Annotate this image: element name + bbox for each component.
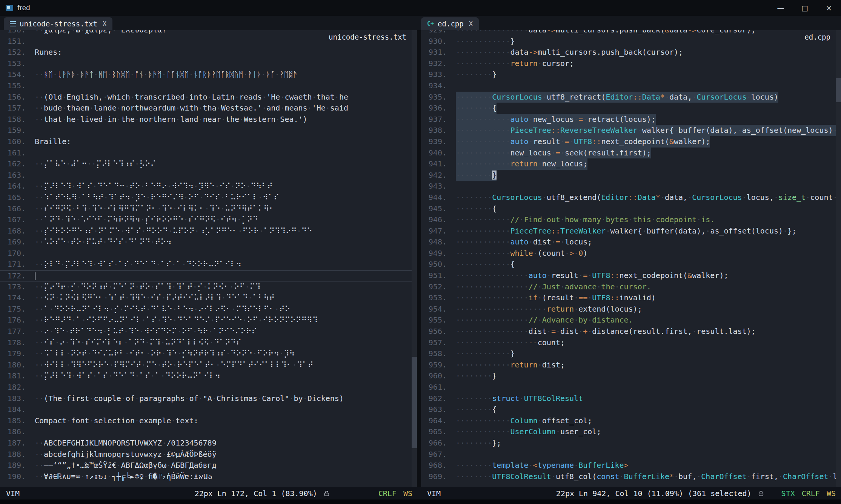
text-line[interactable]: 168.··⡎⠊⠗⠕⠕⠛⠑⠰⠎·⠝⠁⠍⠑·⠺⠁⠎·⠛⠕⠕⠙·⠥⠏⠕⠝·⠰⡡⠁⠝⠛… (0, 226, 417, 237)
text-line[interactable]: 154.··ᚻᛖ·ᚳᚹᚫᚦ·ᚦᚫᛏ·ᚻᛖ·ᛒᚢᛞᛖ·ᚩᚾ·ᚦᚫᛗ·ᛚᚪᚾᛞᛖ·ᚾ… (0, 69, 417, 80)
left-editor-pane[interactable]: 150.··χαῖρε,·ὦ·χαῖρε,·᾿Ελευθεριά!151.152… (0, 30, 417, 487)
line-number: 967. (421, 449, 447, 460)
code-line[interactable]: 940.············new_locus·=·seek(result.… (421, 148, 841, 159)
code-line[interactable]: 960.········} (421, 370, 841, 382)
right-scrollbar[interactable] (836, 30, 841, 487)
text-line[interactable]: 164.··⡍⠜⠇⠑⠹·⠺⠁⠎·⠙⠑⠁⠙⠒·⠞⠕·⠃⠑⠛⠔·⠺⠊⠹⠲·⡹⠻⠑·⠊… (0, 181, 417, 192)
text-line[interactable]: 152.Runes: (0, 47, 417, 58)
text-line[interactable]: 171.··⡕⠇⠙·⡍⠜⠇⠑⠹·⠺⠁⠎·⠁⠎·⠙⠑⠁⠙·⠁⠎·⠁·⠙⠕⠕⠗⠤⠝⠁… (0, 259, 417, 270)
text-line[interactable]: 153. (0, 58, 417, 69)
code-line[interactable]: 969.········UTF8ColResult·utf8_col(const… (421, 471, 841, 482)
lock-icon[interactable] (758, 490, 764, 497)
code-line[interactable]: 937.············auto·new_locus·=·retract… (421, 114, 841, 125)
text-line[interactable]: 176.··⠗⠑⠛⠜⠙·⠁·⠊⠕⠋⠋⠔⠤⠝⠁⠊⠇·⠁⠎·⠹⠑·⠙⠑⠁⠙⠑⠌·⠏⠊… (0, 315, 417, 326)
code-line[interactable]: 933.········} (421, 69, 841, 80)
text-line[interactable]: 184. (0, 404, 417, 415)
text-line[interactable]: 187.··ABCDEFGHIJKLMNOPQRSTUVWXYZ·/012345… (0, 438, 417, 449)
minimize-button[interactable]: — (769, 0, 793, 16)
code-line[interactable]: 955.················//·Advance·by·distan… (421, 315, 841, 326)
code-line[interactable]: 968.········template·<typename·BufferLik… (421, 460, 841, 471)
text-line[interactable]: 165.··⠱⠁⠞⠑⠧⠻·⠁⠃⠳⠞·⠹⠁⠞⠲·⡹⠑·⠗⠑⠛⠊⠌⠻·⠕⠋·⠙⠊⠎·… (0, 192, 417, 203)
code-line[interactable]: 929.················data->multi_cursors.… (421, 30, 841, 36)
text-line[interactable]: 182. (0, 382, 417, 393)
code-line[interactable]: 942.········} (421, 170, 841, 181)
left-scrollbar-thumb[interactable] (412, 357, 417, 448)
code-line[interactable]: 935.········CursorLocus·utf8_retract(Edi… (421, 92, 841, 103)
line-content: ··⡍⠜⠇⠑⠹·⠺⠁⠎·⠙⠑⠁⠙⠒·⠞⠕·⠃⠑⠛⠔·⠺⠊⠹⠲·⡹⠻⠑·⠊⠎·⠝⠕… (35, 181, 273, 192)
tab-close-icon[interactable]: X (103, 20, 106, 28)
code-line[interactable]: 963.········{ (421, 404, 841, 415)
code-line[interactable]: 957.················--count; (421, 337, 841, 349)
code-line[interactable]: 947.············PieceTree::TreeWalker·wa… (421, 226, 841, 237)
code-line[interactable]: 958.············} (421, 348, 841, 360)
text-line[interactable]: 186. (0, 426, 417, 438)
code-line[interactable]: 944.········CursorLocus·utf8_extend(Edit… (421, 192, 841, 203)
code-line[interactable]: 946.············//·Find·out·how·many·byt… (421, 214, 841, 226)
text-line[interactable]: 167.··⠁⠝⠙·⠹⠑·⠡⠊⠑⠋·⠍⠳⠗⠝⠻⠲·⡎⠊⠗⠕⠕⠛⠑·⠎⠊⠛⠝⠫·⠊… (0, 214, 417, 226)
code-line[interactable]: 961. (421, 382, 841, 393)
text-line[interactable]: 166.··⠎⠊⠛⠝⠫·⠃⠹·⠹⠑·⠊⠇⠻⠛⠹⠍⠁⠝⠂·⠹⠑·⠊⠇⠻⠅⠂·⠹⠑·… (0, 203, 417, 215)
text-line[interactable]: 156.··(Old·English,·which·transcribed·in… (0, 92, 417, 103)
text-line[interactable]: 169.··⠡⠕⠎⠑·⠞⠕·⠏⠥⠞·⠙⠊⠎·⠙⠁⠝⠙·⠞⠕⠲ (0, 237, 417, 248)
code-line[interactable]: 943. (421, 181, 841, 192)
code-line[interactable]: 962.········struct·UTF8ColResult (421, 393, 841, 404)
text-line[interactable]: 178.··⠊⠎·⠔·⠹⠑·⠎⠊⠍⠊⠇⠑⠆·⠁⠝⠙·⠍⠹·⠥⠝⠙⠁⠇⠇⠪⠫·⠙⠁… (0, 337, 417, 349)
code-line[interactable]: 939.············auto·result·=·UTF8::next… (421, 136, 841, 148)
text-line[interactable]: 175.··⠁·⠙⠕⠕⠗⠤⠝⠁⠊⠇⠲·⡊·⠍⠊⠣⠞·⠙⠁⠧⠑·⠃⠑⠲·⠔⠊⠇⠔⠫… (0, 304, 417, 315)
code-line[interactable]: 964.············Column·offset_col; (421, 415, 841, 427)
code-line[interactable]: 934. (421, 80, 841, 92)
text-line[interactable]: 170. (0, 248, 417, 259)
tab-unicode-stress-txt[interactable]: unicode-stress.txt X (4, 17, 112, 30)
code-line[interactable]: 954.····················return·extend(lo… (421, 304, 841, 315)
lock-icon[interactable] (323, 490, 330, 497)
right-scrollbar-thumb[interactable] (836, 78, 841, 102)
code-line[interactable]: 965.············UserColumn·user_col; (421, 426, 841, 438)
text-line[interactable]: 173.··⡍⠔⠙⠖·⡊·⠙⠕⠝⠰⠞·⠍⠑⠁⠝·⠞⠕·⠎⠁⠹·⠹⠁⠞·⡊·⠅⠝⠪… (0, 281, 417, 293)
code-line[interactable]: 945.········{ (421, 203, 841, 215)
code-line[interactable]: 950.············{ (421, 259, 841, 270)
text-line[interactable]: 159. (0, 125, 417, 136)
text-line[interactable]: 188.··abcdefghijklmnopqrstuvwxyz·£©µÀÆÖÞ… (0, 449, 417, 460)
text-line[interactable]: 174.··⠪⠝·⠅⠝⠪⠇⠫⠛⠑⠂·⠱⠁⠞·⠹⠻⠑·⠊⠎·⠏⠜⠞⠊⠊⠥⠇⠜⠇⠹·… (0, 292, 417, 304)
code-line[interactable]: 951.················auto·result·=·UTF8::… (421, 270, 841, 281)
code-line[interactable]: 948.············auto·dist·=·locus; (421, 237, 841, 248)
code-line[interactable]: 930.············} (421, 36, 841, 47)
code-line[interactable]: 966.········}; (421, 438, 841, 449)
code-line[interactable]: 952.················//·Just·advance·the·… (421, 281, 841, 293)
code-line[interactable]: 949.············while·(count·>·0) (421, 248, 841, 259)
text-line[interactable]: 172. (0, 270, 417, 281)
text-line[interactable]: 158.··that·he·lived·in·the·northern·land… (0, 114, 417, 125)
code-line[interactable]: 936.········{ (421, 103, 841, 114)
pane-divider[interactable] (417, 30, 421, 487)
code-line[interactable]: 941.············return·new_locus; (421, 158, 841, 170)
close-button[interactable]: × (817, 0, 841, 16)
text-buffer-right: 929.················data->multi_cursors.… (421, 30, 841, 482)
line-content: ········UTF8ColResult·utf8_col(const·Buf… (456, 471, 841, 482)
text-line[interactable]: 181.··⡍⠜⠇⠑⠹·⠺⠁⠎·⠁⠎·⠙⠑⠁⠙·⠁⠎·⠁·⠙⠕⠕⠗⠤⠝⠁⠊⠇⠲ (0, 370, 417, 382)
code-line[interactable]: 953.················if·(result·==·UTF8::… (421, 292, 841, 304)
maximize-button[interactable]: □ (793, 0, 817, 16)
code-line[interactable]: 938.············PieceTree::ReverseTreeWa… (421, 125, 841, 136)
text-line[interactable]: 189.··–—‘“”„†•…‰™œŠŸž€·ΑΒΓΔΩαβγδω·АБВГДа… (0, 460, 417, 471)
code-line[interactable]: 959.············return·dist; (421, 360, 841, 371)
text-line[interactable]: 155. (0, 80, 417, 92)
text-line[interactable]: 185.Compact·font·selection·example·text: (0, 415, 417, 427)
tab-close-icon[interactable]: X (469, 20, 473, 28)
left-scrollbar[interactable] (412, 30, 417, 487)
code-line[interactable]: 932.············return·cursor; (421, 58, 841, 69)
tab-ed-cpp[interactable]: C+ ed.cpp X (421, 17, 479, 30)
text-line[interactable]: 180.··⠺⠊⠇⠇·⠹⠻⠑⠋⠕⠗⠑·⠏⠻⠍⠊⠞·⠍⠑·⠞⠕·⠗⠑⠏⠑⠁⠞⠂·⠑… (0, 360, 417, 371)
text-line[interactable]: 177.··⠔·⠹⠑·⠞⠗⠁⠙⠑⠲·⡃⠥⠞·⠹⠑·⠺⠊⠎⠙⠕⠍·⠕⠋·⠳⠗·⠁⠝… (0, 326, 417, 337)
code-line[interactable]: 956.················dist·=·dist·+·distan… (421, 326, 841, 337)
text-line[interactable]: 157.··bude·thaem·lande·northweardum·with… (0, 103, 417, 114)
code-line[interactable]: 967. (421, 449, 841, 460)
text-line[interactable]: 179.··⠩⠁⠇⠇·⠝⠕⠞·⠙⠊⠌⠥⠗⠃·⠊⠞⠂·⠕⠗·⠹⠑·⡊⠳⠝⠞⠗⠹⠰⠎… (0, 348, 417, 360)
text-line[interactable]: 160.Braille: (0, 136, 417, 148)
text-line[interactable]: 163. (0, 170, 417, 181)
text-line[interactable]: 183.··(The·first·couple·of·paragraphs·of… (0, 393, 417, 404)
text-line[interactable]: 161. (0, 148, 417, 159)
text-line[interactable]: 162.··⡌⠁⠧⠑·⠼⠁⠒··⡍⠜⠇⠑⠹⠰⠎·⡣⠕⠌ (0, 158, 417, 170)
code-line[interactable]: 931.············data->multi_cursors.push… (421, 47, 841, 58)
right-editor-pane[interactable]: 929.················data->multi_cursors.… (421, 30, 841, 487)
text-line[interactable]: 190.··∀∂∈ℝ∧∪≡∞·↑↗↨↻⇣·┐┼╔╘►☺♀·ﬁ�⑀₂ἠḂӥẄɐː⍎… (0, 471, 417, 482)
